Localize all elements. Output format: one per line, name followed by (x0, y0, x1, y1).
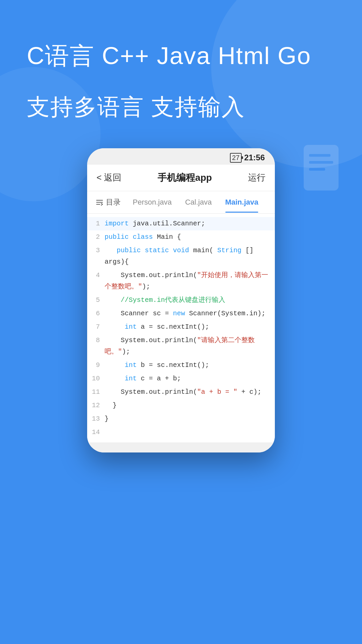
tab-person-java[interactable]: Person.java (126, 192, 178, 213)
code-line-4: 4 System.out.println("开始使用，请输入第一个整数吧。"); (87, 269, 275, 293)
headline-text: C语言 C++ Java Html Go (27, 40, 335, 72)
code-line-3: 3 public static void main( String [] arg… (87, 244, 275, 269)
status-time: 21:56 (244, 153, 265, 162)
battery-icon: 27 (230, 153, 241, 163)
back-button[interactable]: < 返回 (97, 172, 121, 183)
app-header: < 返回 手机编程app 运行 (87, 165, 275, 191)
catalog-label: 目录 (106, 197, 121, 207)
code-line-11: 11 System.out.println("a + b = " + c); (87, 385, 275, 399)
tabs-bar: 目录 Person.java Cal.java Main.java (87, 191, 275, 214)
code-line-1: 1 import java.util.Scanner; (87, 217, 275, 230)
code-line-9: 9 int b = sc.nextInt(); (87, 359, 275, 372)
code-line-8: 8 System.out.println("请输入第二个整数吧。"); (87, 334, 275, 359)
code-line-12: 12 } (87, 399, 275, 412)
status-bar: 27 21:56 (87, 148, 275, 165)
app-title: 手机编程app (158, 171, 212, 184)
tab-main-java[interactable]: Main.java (219, 192, 265, 213)
phone-device: 27 21:56 < 返回 手机编程app 运行 目录 P (87, 148, 275, 452)
code-line-6: 6 Scanner sc = new Scanner(System.in); (87, 307, 275, 320)
code-line-10: 10 int c = a + b; (87, 372, 275, 385)
tab-catalog[interactable]: 目录 (90, 191, 126, 213)
code-line-5: 5 //System.in代表从键盘进行输入 (87, 293, 275, 307)
code-line-2: 2 public class Main { (87, 230, 275, 244)
main-content: C语言 C++ Java Html Go 支持多语言 支持输入 27 21:56… (0, 0, 362, 473)
phone-mockup: 27 21:56 < 返回 手机编程app 运行 目录 P (27, 148, 335, 452)
code-editor[interactable]: 1 import java.util.Scanner; 2 public cla… (87, 214, 275, 442)
code-line-7: 7 int a = sc.nextInt(); (87, 320, 275, 334)
code-line-13: 13 } (87, 412, 275, 426)
run-button[interactable]: 运行 (248, 172, 265, 183)
subtitle-text: 支持多语言 支持输入 (27, 92, 335, 121)
tab-cal-java[interactable]: Cal.java (178, 192, 218, 213)
phone-bottom-bar (87, 442, 275, 452)
code-line-14: 14 (87, 426, 275, 439)
